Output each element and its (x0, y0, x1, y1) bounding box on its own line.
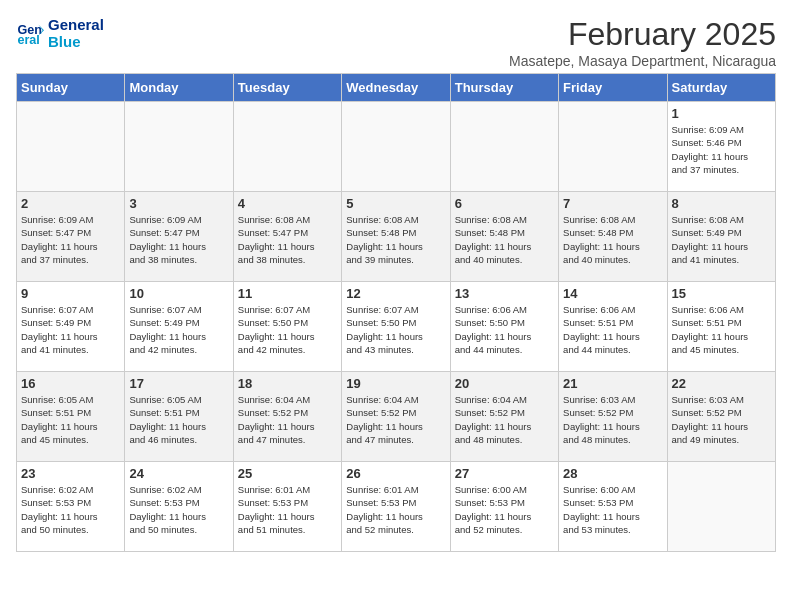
day-info: Sunrise: 6:03 AM Sunset: 5:52 PM Dayligh… (672, 393, 771, 446)
month-year: February 2025 (509, 16, 776, 53)
day-number: 2 (21, 196, 120, 211)
logo-icon: Gen eral (16, 19, 44, 47)
day-number: 17 (129, 376, 228, 391)
calendar-cell: 15Sunrise: 6:06 AM Sunset: 5:51 PM Dayli… (667, 282, 775, 372)
day-number: 6 (455, 196, 554, 211)
title-area: February 2025 Masatepe, Masaya Departmen… (509, 16, 776, 69)
day-number: 19 (346, 376, 445, 391)
logo: Gen eral General Blue (16, 16, 104, 50)
calendar-cell: 18Sunrise: 6:04 AM Sunset: 5:52 PM Dayli… (233, 372, 341, 462)
week-row-2: 2Sunrise: 6:09 AM Sunset: 5:47 PM Daylig… (17, 192, 776, 282)
day-info: Sunrise: 6:06 AM Sunset: 5:51 PM Dayligh… (563, 303, 662, 356)
calendar-cell: 9Sunrise: 6:07 AM Sunset: 5:49 PM Daylig… (17, 282, 125, 372)
column-header-friday: Friday (559, 74, 667, 102)
calendar-cell: 14Sunrise: 6:06 AM Sunset: 5:51 PM Dayli… (559, 282, 667, 372)
calendar-cell: 10Sunrise: 6:07 AM Sunset: 5:49 PM Dayli… (125, 282, 233, 372)
calendar-cell: 21Sunrise: 6:03 AM Sunset: 5:52 PM Dayli… (559, 372, 667, 462)
day-number: 8 (672, 196, 771, 211)
calendar-cell: 20Sunrise: 6:04 AM Sunset: 5:52 PM Dayli… (450, 372, 558, 462)
day-number: 13 (455, 286, 554, 301)
day-number: 25 (238, 466, 337, 481)
calendar-cell: 3Sunrise: 6:09 AM Sunset: 5:47 PM Daylig… (125, 192, 233, 282)
calendar-cell (342, 102, 450, 192)
day-info: Sunrise: 6:01 AM Sunset: 5:53 PM Dayligh… (238, 483, 337, 536)
day-number: 15 (672, 286, 771, 301)
week-row-4: 16Sunrise: 6:05 AM Sunset: 5:51 PM Dayli… (17, 372, 776, 462)
column-header-monday: Monday (125, 74, 233, 102)
calendar-cell (667, 462, 775, 552)
calendar-cell: 5Sunrise: 6:08 AM Sunset: 5:48 PM Daylig… (342, 192, 450, 282)
calendar-cell: 28Sunrise: 6:00 AM Sunset: 5:53 PM Dayli… (559, 462, 667, 552)
day-info: Sunrise: 6:06 AM Sunset: 5:50 PM Dayligh… (455, 303, 554, 356)
column-header-saturday: Saturday (667, 74, 775, 102)
day-number: 11 (238, 286, 337, 301)
day-info: Sunrise: 6:01 AM Sunset: 5:53 PM Dayligh… (346, 483, 445, 536)
day-info: Sunrise: 6:09 AM Sunset: 5:47 PM Dayligh… (129, 213, 228, 266)
day-info: Sunrise: 6:07 AM Sunset: 5:50 PM Dayligh… (346, 303, 445, 356)
week-row-1: 1Sunrise: 6:09 AM Sunset: 5:46 PM Daylig… (17, 102, 776, 192)
svg-text:eral: eral (17, 33, 39, 47)
day-number: 3 (129, 196, 228, 211)
day-info: Sunrise: 6:09 AM Sunset: 5:47 PM Dayligh… (21, 213, 120, 266)
day-number: 28 (563, 466, 662, 481)
day-info: Sunrise: 6:07 AM Sunset: 5:49 PM Dayligh… (21, 303, 120, 356)
day-info: Sunrise: 6:05 AM Sunset: 5:51 PM Dayligh… (21, 393, 120, 446)
day-info: Sunrise: 6:04 AM Sunset: 5:52 PM Dayligh… (455, 393, 554, 446)
calendar-cell (125, 102, 233, 192)
calendar-cell: 26Sunrise: 6:01 AM Sunset: 5:53 PM Dayli… (342, 462, 450, 552)
day-number: 27 (455, 466, 554, 481)
day-number: 10 (129, 286, 228, 301)
calendar-cell: 7Sunrise: 6:08 AM Sunset: 5:48 PM Daylig… (559, 192, 667, 282)
calendar-cell: 12Sunrise: 6:07 AM Sunset: 5:50 PM Dayli… (342, 282, 450, 372)
day-info: Sunrise: 6:04 AM Sunset: 5:52 PM Dayligh… (238, 393, 337, 446)
column-header-thursday: Thursday (450, 74, 558, 102)
day-number: 12 (346, 286, 445, 301)
day-info: Sunrise: 6:06 AM Sunset: 5:51 PM Dayligh… (672, 303, 771, 356)
day-info: Sunrise: 6:08 AM Sunset: 5:48 PM Dayligh… (455, 213, 554, 266)
day-number: 16 (21, 376, 120, 391)
day-info: Sunrise: 6:02 AM Sunset: 5:53 PM Dayligh… (129, 483, 228, 536)
calendar-cell: 16Sunrise: 6:05 AM Sunset: 5:51 PM Dayli… (17, 372, 125, 462)
day-info: Sunrise: 6:09 AM Sunset: 5:46 PM Dayligh… (672, 123, 771, 176)
day-info: Sunrise: 6:02 AM Sunset: 5:53 PM Dayligh… (21, 483, 120, 536)
day-number: 4 (238, 196, 337, 211)
column-header-tuesday: Tuesday (233, 74, 341, 102)
day-info: Sunrise: 6:03 AM Sunset: 5:52 PM Dayligh… (563, 393, 662, 446)
column-header-wednesday: Wednesday (342, 74, 450, 102)
day-number: 9 (21, 286, 120, 301)
day-info: Sunrise: 6:08 AM Sunset: 5:49 PM Dayligh… (672, 213, 771, 266)
calendar: SundayMondayTuesdayWednesdayThursdayFrid… (16, 73, 776, 552)
day-number: 23 (21, 466, 120, 481)
week-row-5: 23Sunrise: 6:02 AM Sunset: 5:53 PM Dayli… (17, 462, 776, 552)
day-info: Sunrise: 6:08 AM Sunset: 5:48 PM Dayligh… (563, 213, 662, 266)
calendar-cell: 8Sunrise: 6:08 AM Sunset: 5:49 PM Daylig… (667, 192, 775, 282)
logo-line2: Blue (48, 33, 104, 50)
calendar-cell: 1Sunrise: 6:09 AM Sunset: 5:46 PM Daylig… (667, 102, 775, 192)
calendar-cell: 4Sunrise: 6:08 AM Sunset: 5:47 PM Daylig… (233, 192, 341, 282)
day-info: Sunrise: 6:00 AM Sunset: 5:53 PM Dayligh… (563, 483, 662, 536)
day-number: 18 (238, 376, 337, 391)
calendar-cell: 17Sunrise: 6:05 AM Sunset: 5:51 PM Dayli… (125, 372, 233, 462)
day-info: Sunrise: 6:08 AM Sunset: 5:47 PM Dayligh… (238, 213, 337, 266)
day-number: 24 (129, 466, 228, 481)
day-info: Sunrise: 6:08 AM Sunset: 5:48 PM Dayligh… (346, 213, 445, 266)
calendar-cell (559, 102, 667, 192)
calendar-cell: 24Sunrise: 6:02 AM Sunset: 5:53 PM Dayli… (125, 462, 233, 552)
day-number: 1 (672, 106, 771, 121)
day-number: 20 (455, 376, 554, 391)
header: Gen eral General Blue February 2025 Masa… (16, 16, 776, 69)
logo-line1: General (48, 16, 104, 33)
day-number: 22 (672, 376, 771, 391)
day-number: 21 (563, 376, 662, 391)
calendar-cell (233, 102, 341, 192)
day-info: Sunrise: 6:07 AM Sunset: 5:49 PM Dayligh… (129, 303, 228, 356)
location: Masatepe, Masaya Department, Nicaragua (509, 53, 776, 69)
calendar-cell (17, 102, 125, 192)
calendar-cell: 6Sunrise: 6:08 AM Sunset: 5:48 PM Daylig… (450, 192, 558, 282)
day-info: Sunrise: 6:05 AM Sunset: 5:51 PM Dayligh… (129, 393, 228, 446)
calendar-cell (450, 102, 558, 192)
calendar-cell: 23Sunrise: 6:02 AM Sunset: 5:53 PM Dayli… (17, 462, 125, 552)
day-number: 26 (346, 466, 445, 481)
calendar-cell: 25Sunrise: 6:01 AM Sunset: 5:53 PM Dayli… (233, 462, 341, 552)
day-number: 5 (346, 196, 445, 211)
